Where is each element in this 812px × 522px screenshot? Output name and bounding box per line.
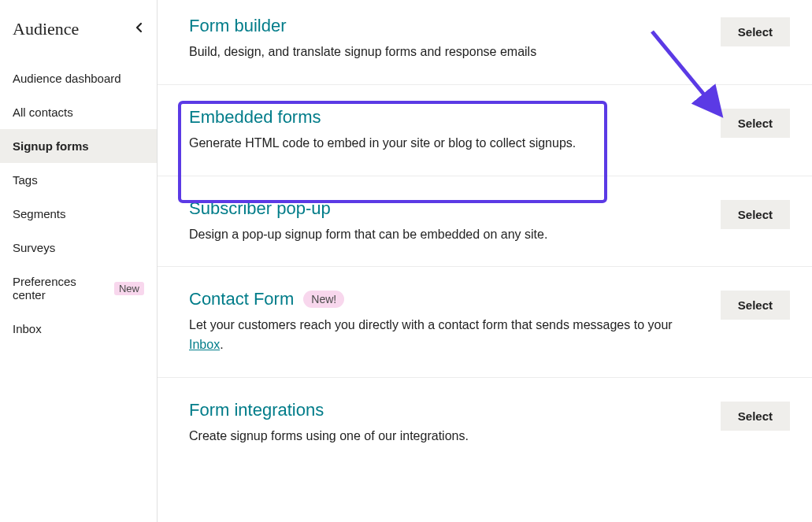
form-info: Subscriber pop-up Design a pop-up signup… <box>189 198 701 245</box>
form-desc: Generate HTML code to embed in your site… <box>189 134 591 154</box>
sidebar-item-label: Signup forms <box>13 139 89 153</box>
sidebar-item-label: Segments <box>13 207 66 220</box>
sidebar-nav: Audience dashboard All contacts Signup f… <box>0 61 157 346</box>
form-desc: Build, design, and translate signup form… <box>189 43 701 62</box>
sidebar: Audience Audience dashboard All contacts… <box>0 0 158 522</box>
form-info: Embedded forms Generate HTML code to emb… <box>189 107 591 154</box>
select-button-form-builder[interactable]: Select <box>721 17 790 46</box>
sidebar-item-audience-dashboard[interactable]: Audience dashboard <box>0 61 157 95</box>
form-row-subscriber-popup: Subscriber pop-up Design a pop-up signup… <box>158 176 812 268</box>
sidebar-item-label: Preferences center <box>13 275 108 302</box>
form-info: Contact Form New! Let your customers rea… <box>189 289 701 355</box>
sidebar-item-inbox[interactable]: Inbox <box>0 312 157 346</box>
sidebar-item-signup-forms[interactable]: Signup forms <box>0 129 157 163</box>
sidebar-item-label: Audience dashboard <box>13 72 121 85</box>
form-title-contact-form[interactable]: Contact Form New! <box>189 289 701 309</box>
form-title-form-builder[interactable]: Form builder <box>189 16 701 36</box>
form-row-form-integrations: Form integrations Create signup forms us… <box>158 378 812 468</box>
form-row-form-builder: Form builder Build, design, and translat… <box>158 0 812 85</box>
select-button-embedded-forms[interactable]: Select <box>721 109 790 138</box>
form-title-form-integrations[interactable]: Form integrations <box>189 400 701 420</box>
sidebar-item-label: All contacts <box>13 106 73 119</box>
sidebar-header: Audience <box>0 19 157 61</box>
sidebar-item-all-contacts[interactable]: All contacts <box>0 95 157 129</box>
form-desc: Create signup forms using one of our int… <box>189 427 701 446</box>
sidebar-item-label: Inbox <box>13 322 42 335</box>
sidebar-item-preferences-center[interactable]: Preferences center New <box>0 265 157 312</box>
new-badge: New! <box>303 291 344 308</box>
form-info: Form builder Build, design, and translat… <box>189 16 701 62</box>
form-title-embedded-forms[interactable]: Embedded forms <box>189 107 591 128</box>
sidebar-item-label: Surveys <box>13 241 55 254</box>
form-row-embedded-forms: Embedded forms Generate HTML code to emb… <box>158 85 812 176</box>
sidebar-item-label: Tags <box>13 173 38 187</box>
select-button-form-integrations[interactable]: Select <box>721 402 790 431</box>
main-content: Form builder Build, design, and translat… <box>158 0 812 522</box>
select-button-contact-form[interactable]: Select <box>721 291 790 320</box>
form-desc: Design a pop-up signup form that can be … <box>189 225 701 245</box>
inbox-link[interactable]: Inbox <box>189 338 220 351</box>
sidebar-item-segments[interactable]: Segments <box>0 197 157 231</box>
form-title-subscriber-popup[interactable]: Subscriber pop-up <box>189 198 701 219</box>
sidebar-item-tags[interactable]: Tags <box>0 163 157 197</box>
sidebar-title: Audience <box>13 19 79 39</box>
sidebar-item-surveys[interactable]: Surveys <box>0 231 157 265</box>
select-button-subscriber-popup[interactable]: Select <box>721 200 790 229</box>
chevron-left-icon[interactable] <box>135 22 144 36</box>
new-badge: New <box>114 282 144 295</box>
form-row-contact-form: Contact Form New! Let your customers rea… <box>158 267 812 378</box>
form-desc: Let your customers reach you directly wi… <box>189 316 701 355</box>
form-info: Form integrations Create signup forms us… <box>189 400 701 446</box>
